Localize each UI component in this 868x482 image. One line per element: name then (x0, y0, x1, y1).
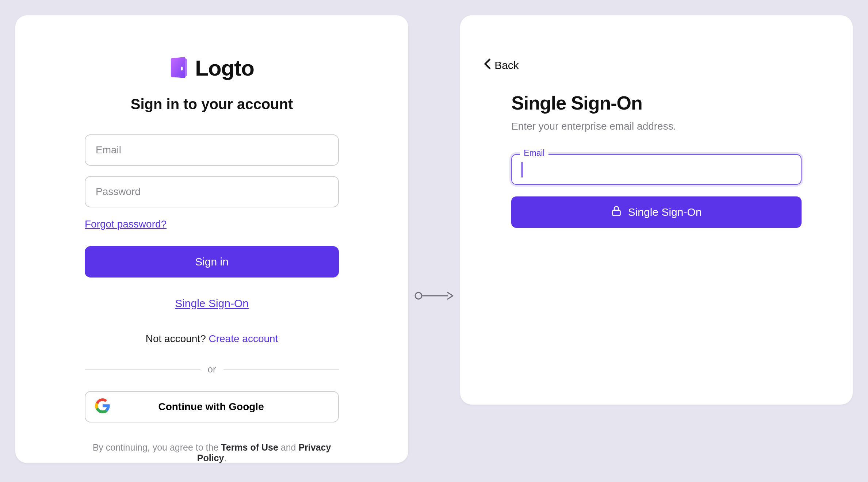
no-account-text: Not account? (146, 333, 209, 344)
email-field[interactable] (85, 134, 339, 166)
svg-rect-0 (185, 59, 187, 76)
password-field[interactable] (85, 176, 339, 207)
legal-mid: and (278, 442, 299, 452)
terms-of-use-link[interactable]: Terms of Use (221, 442, 278, 452)
text-caret-icon (521, 162, 523, 177)
divider-line (223, 369, 339, 370)
sso-email-field[interactable] (511, 154, 802, 185)
brand: Logto (85, 56, 339, 81)
svg-rect-4 (612, 210, 620, 215)
create-account-line: Not account? Create account (85, 333, 339, 345)
legal-prefix: By continuing, you agree to the (93, 442, 221, 452)
back-button[interactable]: Back (483, 58, 519, 72)
brand-name: Logto (195, 56, 254, 81)
signin-card: Logto Sign in to your account Forgot pas… (15, 15, 408, 463)
sso-email-wrapper: Email (511, 154, 802, 185)
svg-point-2 (415, 292, 422, 299)
lock-icon (611, 206, 622, 219)
divider: or (85, 364, 339, 375)
sso-button-label: Single Sign-On (628, 206, 702, 218)
signin-button[interactable]: Sign in (85, 246, 339, 278)
chevron-left-icon (483, 58, 491, 72)
svg-rect-1 (181, 66, 183, 70)
legal-suffix: . (224, 453, 226, 463)
sso-card: Back Single Sign-On Enter your enterpris… (460, 15, 853, 405)
sso-subtitle: Enter your enterprise email address. (511, 120, 802, 132)
divider-label: or (208, 364, 216, 375)
sso-email-label: Email (520, 148, 548, 158)
divider-line (85, 369, 200, 370)
legal-text: By continuing, you agree to the Terms of… (85, 442, 339, 463)
signin-title: Sign in to your account (85, 96, 339, 112)
sso-submit-button[interactable]: Single Sign-On (511, 196, 802, 228)
flow-arrow-icon (414, 290, 454, 302)
sso-title: Single Sign-On (511, 92, 802, 114)
continue-with-google-button[interactable]: Continue with Google (85, 391, 339, 422)
logto-logo-icon (169, 57, 188, 80)
sso-link[interactable]: Single Sign-On (85, 297, 339, 310)
create-account-link[interactable]: Create account (209, 333, 278, 344)
forgot-password-link[interactable]: Forgot password? (85, 218, 167, 230)
back-label: Back (494, 59, 519, 72)
google-button-label: Continue with Google (93, 401, 329, 413)
